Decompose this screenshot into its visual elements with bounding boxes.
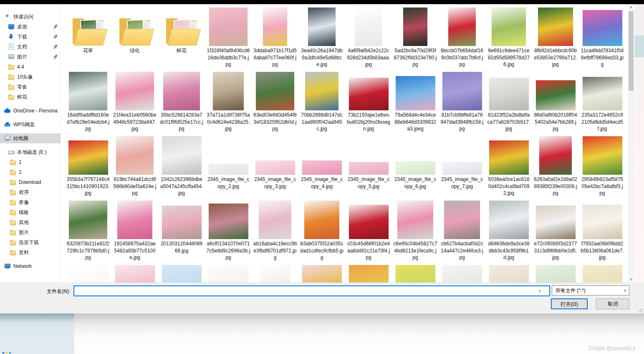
sidebar-item-14[interactable]: 2: [0, 167, 61, 177]
file-item[interactable]: 1f328f40af8406cd616de36ddb3c77e.jpg: [205, 8, 252, 72]
open-button[interactable]: 打开(O): [551, 298, 588, 309]
file-item[interactable]: e72c050b5f3d237731c3d966bb0e2d5.jpg: [532, 201, 579, 265]
file-item[interactable]: 16ddf9addf6d160ed7efb29e04edcb4.jpg: [65, 72, 111, 136]
file-item-partial[interactable]: [111, 265, 158, 283]
file-item[interactable]: ab16aba4c16ecc9be3fbdf8701df972.jpg: [252, 201, 298, 265]
file-item[interactable]: 70bb2698d8147dc1aa890f042aa945c.jpg: [298, 72, 345, 136]
file-item[interactable]: 2345_image_file_copy_4.jpg: [298, 136, 345, 201]
sidebar-item-16[interactable]: 程序: [0, 187, 61, 197]
file-item-partial[interactable]: [439, 265, 485, 283]
sidebar-item-20[interactable]: 图片: [0, 227, 61, 237]
filename-chevron-down-icon[interactable]: ∨: [535, 286, 544, 295]
sidebar-item-12[interactable]: 本地磁盘 (E:): [0, 147, 61, 157]
file-item[interactable]: 81b7cb9bffe81a76947dad3948fb158.jpg: [439, 72, 485, 136]
file-item[interactable]: 192458875a432ae5482a93b77c5100e.jpg: [111, 201, 158, 265]
file-item[interactable]: 2345_image_file_copy_3.jpg: [252, 136, 298, 201]
sidebar-item-2[interactable]: 下载: [0, 32, 61, 42]
folder-item[interactable]: 花草: [65, 8, 111, 72]
file-item[interactable]: 6e691c9dee471ce82d55d589578d276.jpg: [485, 8, 532, 72]
image-thumbnail: [583, 265, 622, 283]
file-item[interactable]: 81d23f52a2bdbdfaca77a828702b517.jpg: [485, 72, 532, 136]
file-item[interactable]: 6320873b211e81f2729fc1c7979b5d0.jpg: [65, 201, 111, 265]
file-item[interactable]: c6e95c04b45827c74bd8213e1feca9c.jpg: [392, 201, 439, 265]
sidebar-item-9[interactable]: OneDrive - Persona: [0, 106, 61, 116]
sidebar-item-13[interactable]: 1: [0, 157, 61, 167]
file-item[interactable]: 11ca49dd78341f0d8efbff78698ed33.jpg: [579, 8, 626, 72]
file-item[interactable]: c03c45d66f01b2e4aa8d492c21e73f4.jpg: [345, 201, 392, 265]
file-item[interactable]: 8fb92d1ebbcdc90be53853e2799a712.jpg: [532, 8, 579, 72]
file-item[interactable]: 2345_image_file_copy_5.jpg: [345, 136, 392, 201]
sidebar-item-8[interactable]: 鲜花: [0, 92, 61, 102]
sidebar-item-23[interactable]: Network: [0, 261, 61, 271]
file-item[interactable]: f7932aa06b0f8dd2b5b13806a061de7.jpg: [579, 201, 626, 265]
file-item-partial[interactable]: [298, 265, 345, 283]
file-item[interactable]: 6bccb07b654daf169c0b037ddc7b6cf.jpg: [439, 8, 485, 72]
filename-input[interactable]: [73, 285, 550, 296]
file-item[interactable]: b3ab0375f32a035cdad1cdfec9cfbb5.jpg: [298, 201, 345, 265]
file-item[interactable]: 2345_image_file_copy_6.jpg: [392, 136, 439, 201]
scroll-up-icon[interactable]: ∧: [628, 4, 634, 10]
file-item[interactable]: 37a71a1d9736f75a0c4d624e4238a25.jpg: [205, 72, 252, 136]
sidebar-item-18[interactable]: 模板: [0, 207, 61, 217]
sidebar-item-0[interactable]: 快速访问: [0, 12, 61, 22]
file-item-partial[interactable]: [65, 265, 111, 283]
file-item-partial[interactable]: [252, 265, 298, 283]
scrollbar-thumb[interactable]: [629, 11, 634, 91]
file-item[interactable]: 86d0af80b2016ff045402a54e7bb289.jpg: [532, 72, 579, 136]
file-item-partial[interactable]: [532, 265, 579, 283]
file-item[interactable]: 5ad2bc8a70d29f3f87362f9d323e780.jpg: [392, 8, 439, 72]
file-item[interactable]: 5036ea0ce1ac6180d402c4ca5bd7092.jpg: [485, 136, 532, 201]
sidebar-item-4[interactable]: 图片: [0, 52, 61, 62]
file-item[interactable]: 20130312044806969.jpg: [158, 201, 205, 265]
file-item[interactable]: d84636de9a3ce38dbb3c43c958f9b1d.jpg: [485, 201, 532, 265]
image-thumbnail: [69, 201, 107, 239]
file-item[interactable]: 79a568d4c4e34ce88eb646d3309832a3.jpeg: [392, 72, 439, 136]
folder-item[interactable]: 绿化: [111, 8, 158, 72]
file-item[interactable]: 63ed03e683d454f83ef18320952db0d.jpg: [252, 72, 298, 136]
scroll-down-icon[interactable]: ∨: [628, 276, 634, 283]
file-item-partial[interactable]: [158, 265, 205, 283]
sidebar-item-3[interactable]: 文档: [0, 42, 61, 52]
file-item[interactable]: 2345_image_file_copy_7.jpg: [439, 136, 485, 201]
image-thumbnail: [397, 201, 433, 239]
file-item[interactable]: a6cf01341070e0717c5e8d9c2696a3b.jpg: [205, 201, 252, 265]
sidebar-item-label: 10头像: [17, 74, 33, 81]
file-item[interactable]: 73b2150ajw1e6wsbu802bj20hs0buwgn.jpg: [345, 72, 392, 136]
file-item[interactable]: cb627b4acbaf0d2c14a447c2e46fce3.jpg: [439, 201, 485, 265]
file-item[interactable]: 3ea40c26a1947db9a3dfc49e5d68bce.jpg: [298, 8, 345, 72]
sidebar-item-5[interactable]: 4.4: [0, 62, 61, 72]
file-item[interactable]: 4a6f9af842e2c22c928d234d5b83aaa.jpg: [345, 8, 392, 72]
sidebar-item-10[interactable]: WPS网盘: [0, 120, 61, 130]
sidebar-item-6[interactable]: 10头像: [0, 72, 61, 82]
folder-item[interactable]: 鲜花: [158, 8, 205, 72]
file-item-partial[interactable]: [579, 265, 626, 283]
file-item[interactable]: 355b3a7f797148c4315bc1410901923.jpg: [65, 136, 111, 201]
sidebar-item-7[interactable]: 零食: [0, 82, 61, 92]
sidebar-item-22[interactable]: 资料: [0, 247, 61, 257]
file-item-partial[interactable]: [392, 265, 439, 283]
sidebar-item-15[interactable]: Download: [0, 177, 61, 187]
sidebar-item-1[interactable]: 桌面: [0, 22, 61, 32]
file-item[interactable]: 6263a0af2e2d9a0289385f239e00308.jpg: [532, 136, 579, 201]
file-item[interactable]: 235a3172e4652c92105d6dd5d4ecd5f.jpg: [579, 72, 626, 136]
vertical-scrollbar[interactable]: ∧ ∨: [628, 4, 634, 283]
resize-grip[interactable]: [639, 308, 643, 313]
sidebar-item-11[interactable]: 此电脑: [0, 133, 61, 143]
file-item[interactable]: 1042c2623968dbea5047a245cffa454.jpg: [158, 136, 205, 201]
file-item-partial[interactable]: [345, 265, 392, 283]
file-name-caption: 花草: [66, 47, 110, 68]
folder-icon: [116, 18, 153, 46]
sidebar-item-17[interactable]: 录像: [0, 197, 61, 207]
sidebar-item-21[interactable]: 迅雷下载: [0, 237, 61, 247]
file-item[interactable]: 21f4ea31eb0560be4948c597238a947.jpg: [111, 72, 158, 136]
file-item-partial[interactable]: [205, 265, 252, 283]
file-item[interactable]: 3ddaba971b17f1d56aba87c77ee060f.jpg: [252, 8, 298, 72]
file-item[interactable]: 35bc526814283a7dc01f9fd525e17cc.jpg: [158, 72, 205, 136]
filetype-select[interactable]: 所有文件 (*.*) ∨: [552, 285, 629, 295]
sidebar-item-19[interactable]: 其他: [0, 217, 61, 227]
file-item[interactable]: 819bc744a81dcc6f566b90def3a624e.jpg: [111, 136, 158, 201]
cancel-button[interactable]: 取消: [596, 298, 629, 309]
file-item-partial[interactable]: [485, 265, 532, 283]
file-item[interactable]: 2345_image_file_copy_2.jpg: [205, 136, 252, 201]
file-item[interactable]: 29584fb923af587505e42bc7a8afbf3.jpg: [579, 136, 626, 201]
